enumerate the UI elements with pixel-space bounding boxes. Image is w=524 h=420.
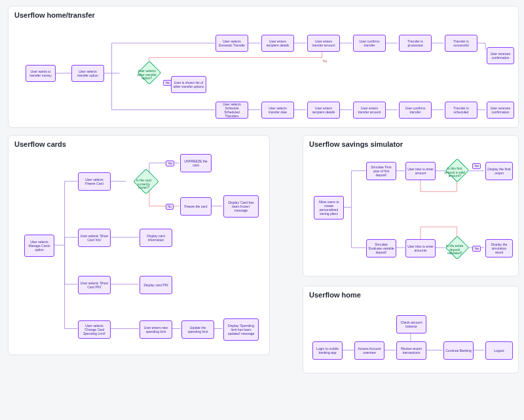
node-info[interactable]: Display card information — [140, 229, 172, 247]
node-dom-sel[interactable]: User selects Domestic Transfer — [215, 35, 248, 52]
node-var-enter[interactable]: User tries to enter amounts — [405, 239, 436, 258]
node-home-recent[interactable]: Review recent transactions — [396, 341, 426, 360]
node-dom-succ[interactable]: Transfer is successful — [445, 35, 477, 52]
node-transfer-select[interactable]: User selects transfer option — [71, 65, 104, 82]
node-limit-enter[interactable]: User enters new spending limit — [140, 320, 172, 339]
node-dom-done[interactable]: User receives confirmation — [487, 47, 514, 64]
decision-first-label: Is this first deposit a valid amount? — [443, 168, 466, 179]
panel-savings-title: Userflow savings simulator — [303, 136, 518, 155]
decision-frozen[interactable]: Is the card currently frozen? — [133, 168, 159, 195]
decision-frozen-label: Is the card currently frozen? — [132, 178, 155, 189]
node-first-sim[interactable]: Simulate 'First year of first deposit' — [366, 162, 396, 180]
panel-home-title: Userflow home — [303, 286, 518, 305]
node-other-options[interactable]: User is shown list of other transfer opt… — [171, 76, 206, 93]
node-limit-sel[interactable]: User selects 'Change Card Spending Limit… — [78, 320, 111, 339]
node-sch-sched[interactable]: Transfer is scheduled — [445, 102, 477, 119]
node-cards-start[interactable]: User selects Manage Cards option — [24, 235, 54, 257]
panel-savings[interactable]: Userflow savings simulator Allow users t… — [303, 135, 519, 277]
node-first-result[interactable]: Display the final output — [485, 162, 513, 180]
node-freeze-msg[interactable]: Display 'Card has been frozen' message — [223, 195, 259, 218]
node-sch-date[interactable]: User selects transfer date — [261, 102, 294, 119]
label-yes: Yes — [166, 161, 174, 166]
label-yes: Yes — [472, 163, 481, 169]
decision-first[interactable]: Is this first deposit a valid amount? — [445, 159, 470, 183]
node-info-sel[interactable]: User selects 'Show Card Info' — [78, 229, 111, 247]
node-transfer-start[interactable]: User wants to transfer money — [26, 65, 56, 82]
node-sav-start[interactable]: Allow users to create personalized savin… — [314, 196, 344, 220]
node-sch-conf[interactable]: User confirms transfer — [399, 102, 432, 119]
decision-var[interactable]: Is the entire deposit validated? — [445, 236, 470, 260]
node-unfreeze[interactable]: UNFREEZE the card — [180, 154, 212, 172]
node-dom-amt[interactable]: User enters transfer amount — [307, 35, 340, 52]
node-dom-proc[interactable]: Transfer is processed — [399, 35, 432, 52]
panel-home[interactable]: Userflow home Login to mobile banking ap… — [303, 286, 519, 373]
node-limit-update[interactable]: Update the spending limit — [181, 320, 214, 339]
label-no: No — [323, 59, 327, 63]
panel-cards-title: Userflow cards — [9, 136, 269, 155]
decision-other-transfer[interactable]: User selects other transfer option? — [138, 61, 162, 85]
node-freeze[interactable]: Freeze the card — [180, 197, 212, 216]
node-var-sim[interactable]: Simulate 'Evaluate variable deposit' — [366, 239, 396, 258]
node-var-result[interactable]: Display the simulation result — [485, 239, 513, 258]
decision-other-label: User selects other transfer option? — [136, 70, 158, 81]
node-home-logout[interactable]: Logout — [485, 341, 513, 360]
node-home-overview[interactable]: Access Account overview — [354, 341, 384, 360]
label-no: No — [166, 204, 174, 210]
whiteboard-canvas[interactable]: Userflow home/transfer — [0, 0, 524, 420]
node-sch-amt[interactable]: User enters transfer amount — [353, 102, 386, 119]
decision-var-label: Is the entire deposit validated? — [443, 245, 466, 256]
node-first-enter[interactable]: User tries to enter amount — [405, 162, 436, 180]
panel-transfer-title: Userflow home/transfer — [9, 7, 518, 26]
node-dom-conf[interactable]: User confirms transfer — [353, 35, 386, 52]
node-limit-msg[interactable]: Display 'Spending limit has been updated… — [223, 318, 259, 341]
node-home-continue[interactable]: Continue Banking — [443, 341, 474, 360]
node-pin-sel[interactable]: User selects 'Show Card PIN' — [78, 276, 111, 294]
panel-transfer[interactable]: Userflow home/transfer — [8, 6, 519, 128]
node-pin[interactable]: Display card PIN — [140, 276, 172, 294]
node-sch-sel[interactable]: User selects Schedule Scheduled Transfer… — [215, 102, 248, 119]
node-freeze-sel[interactable]: User selects Freeze Card — [78, 172, 111, 191]
node-sch-rcp[interactable]: User enters recipient details — [307, 102, 340, 119]
node-home-checkbal[interactable]: Check account balance — [396, 315, 426, 334]
node-dom-rcp[interactable]: User enters recipient details — [261, 35, 294, 52]
node-sch-done[interactable]: User receives confirmation — [487, 102, 514, 119]
label-yes: Yes — [472, 246, 481, 252]
node-home-login[interactable]: Login to mobile banking app — [312, 341, 343, 360]
panel-cards[interactable]: Userflow cards User selects Ma — [8, 135, 270, 355]
